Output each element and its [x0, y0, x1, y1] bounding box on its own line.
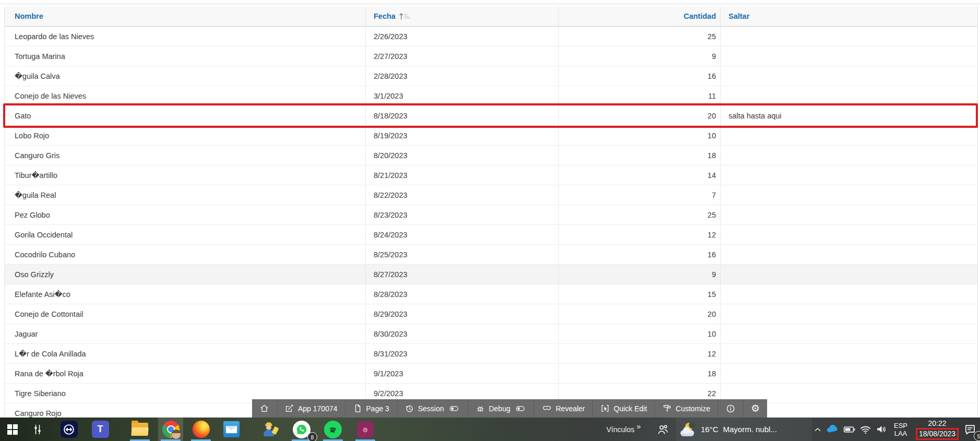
cell-fecha: 8/18/2023: [366, 106, 559, 125]
taskbar-chrome-button[interactable]: [158, 418, 183, 441]
devtool-app-button[interactable]: App 170074: [277, 399, 345, 418]
notification-center-button[interactable]: 5: [960, 418, 980, 441]
devtool-settings-button[interactable]: ⚙: [743, 399, 767, 418]
taskbar-mixer-button[interactable]: [25, 418, 50, 441]
taskbar-whatsapp-button[interactable]: 8: [289, 418, 314, 441]
table-row[interactable]: Gorila Occidental8/24/202312: [5, 225, 977, 245]
cell-nombre: Pez Globo: [5, 205, 366, 224]
cell-saltar: [721, 304, 977, 324]
links-label: Vínculos: [606, 425, 635, 434]
appian-dev-toolbar: App 170074 Page 3 Session Debug Revealer: [252, 399, 767, 418]
table-row[interactable]: L�r de Cola Anillada8/31/202312: [5, 344, 977, 364]
cell-cantidad: 16: [559, 245, 721, 264]
table-row[interactable]: Conejo de Cottontail8/29/202320: [5, 304, 977, 324]
windows-taskbar: T 8: [0, 418, 980, 441]
table-row[interactable]: Lobo Rojo8/19/202310: [5, 126, 977, 146]
taskbar-settings-app-button[interactable]: [353, 418, 378, 441]
taskbar-teams-button[interactable]: T: [88, 418, 113, 441]
column-header-nombre[interactable]: Nombre: [5, 6, 366, 26]
devtool-home-button[interactable]: [252, 399, 277, 418]
table-row[interactable]: Conejo de las Nieves3/1/202311: [5, 86, 977, 106]
cell-nombre: Gato: [5, 106, 366, 125]
devtool-customize-button[interactable]: Customize: [654, 399, 718, 418]
table-row[interactable]: Tortuga Marina2/27/20239: [5, 46, 977, 66]
sliders-icon: [31, 423, 44, 436]
cell-fecha: 2/28/2023: [366, 66, 559, 86]
devtool-info-button[interactable]: [718, 399, 743, 418]
table-row[interactable]: Rana de �rbol Roja9/1/202318: [5, 364, 977, 384]
cell-cantidad: 7: [559, 185, 721, 205]
links-toolbar[interactable]: Vínculos »: [595, 418, 652, 441]
grid-body: Leopardo de las Nieves2/26/202325Tortuga…: [5, 27, 977, 423]
cell-fecha: 2/27/2023: [366, 46, 559, 66]
people-icon: [656, 423, 670, 436]
taskbar-spotify-button[interactable]: [320, 418, 345, 441]
tray-time: 20:22: [928, 419, 946, 428]
cell-nombre: L�r de Cola Anillada: [5, 344, 366, 363]
start-button[interactable]: [0, 418, 25, 441]
table-row[interactable]: Gato8/18/202320salta hasta aqui: [5, 106, 977, 126]
whatsapp-badge: 8: [307, 432, 317, 441]
column-header-cantidad[interactable]: Cantidad: [559, 6, 721, 26]
column-header-nombre-label: Nombre: [15, 12, 43, 20]
table-row[interactable]: Pez Globo8/23/202325: [5, 205, 977, 225]
weather-temperature: 16°C: [701, 425, 719, 434]
table-row[interactable]: �guila Real8/22/20237: [5, 185, 977, 205]
taskbar-user-tools-button[interactable]: [257, 418, 282, 441]
tray-language-indicator[interactable]: ESP LAA: [890, 418, 911, 441]
cell-fecha: 8/27/2023: [366, 265, 559, 284]
cell-saltar: [721, 126, 977, 145]
table-row[interactable]: Canguro Gris8/20/202318: [5, 146, 977, 165]
devtool-debug-toggle[interactable]: Debug: [468, 399, 534, 418]
bug-icon: [475, 403, 485, 413]
settings-app-icon: [357, 421, 374, 438]
column-header-cantidad-label: Cantidad: [684, 12, 716, 20]
taskbar-file-explorer-button[interactable]: [127, 418, 152, 441]
table-row[interactable]: Cocodrilo Cubano8/25/202316: [5, 245, 977, 265]
speaker-icon: [875, 423, 888, 436]
table-row[interactable]: �guila Calva2/28/202316: [5, 66, 977, 86]
cell-nombre: Tibur�artillo: [5, 165, 366, 185]
cell-saltar: [721, 324, 977, 343]
keyboard-layout-code: LAA: [894, 430, 907, 437]
cell-saltar: [721, 205, 977, 224]
weather-widget[interactable]: 16°C Mayorm. nubl...: [676, 418, 812, 441]
taskbar-teamviewer-button[interactable]: [56, 418, 81, 441]
cell-cantidad: 14: [559, 165, 721, 185]
cell-saltar: [721, 225, 977, 244]
taskbar-mail-button[interactable]: [219, 418, 244, 441]
table-row[interactable]: Elefante Asi�co8/28/202315: [5, 284, 977, 304]
file-explorer-icon: [132, 423, 148, 436]
tray-show-hidden-icons-button[interactable]: [810, 418, 826, 441]
tray-volume-button[interactable]: [874, 418, 889, 441]
cell-cantidad: 10: [559, 126, 721, 145]
teamviewer-icon: [61, 421, 78, 438]
cell-cantidad: 25: [559, 205, 721, 224]
cell-fecha: 3/1/2023: [366, 86, 559, 105]
cell-cantidad: 9: [559, 46, 721, 66]
tray-onedrive-button[interactable]: [824, 418, 840, 441]
cell-cantidad: 9: [559, 265, 721, 284]
table-row[interactable]: Oso Grizzly8/27/20239: [5, 265, 977, 284]
table-row[interactable]: Leopardo de las Nieves2/26/202325: [5, 27, 977, 46]
devtool-quick-edit-button[interactable]: Quick Edit: [592, 399, 654, 418]
taskbar-firefox-button[interactable]: [188, 418, 213, 441]
column-header-saltar[interactable]: Saltar: [721, 6, 977, 26]
table-row[interactable]: Tibur�artillo8/21/202314: [5, 165, 977, 185]
cell-nombre: Tortuga Marina: [5, 46, 366, 66]
devtool-session-toggle[interactable]: Session: [397, 399, 468, 418]
devtool-page-button[interactable]: Page 3: [345, 399, 397, 418]
info-icon: [725, 403, 736, 414]
cell-nombre: Conejo de Cottontail: [5, 304, 366, 324]
cell-saltar: [721, 245, 977, 264]
column-header-fecha[interactable]: Fecha: [366, 6, 559, 26]
table-row[interactable]: Jaguar8/30/202310: [5, 324, 977, 344]
notification-badge: 5: [974, 431, 980, 441]
devtool-revealer-button[interactable]: Revealer: [534, 399, 592, 418]
people-button[interactable]: [651, 418, 674, 441]
cell-nombre: Lobo Rojo: [5, 126, 366, 145]
tray-clock[interactable]: 20:22 18/08/2023: [912, 418, 962, 441]
tray-wifi-button[interactable]: [857, 418, 873, 441]
revealer-mask-icon: [542, 403, 552, 413]
tray-battery-button[interactable]: [841, 418, 857, 441]
